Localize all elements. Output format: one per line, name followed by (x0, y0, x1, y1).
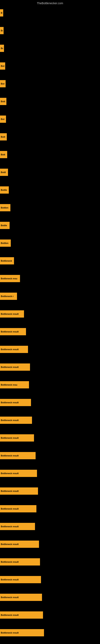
bar-row: Bottleneck result (0, 571, 100, 588)
bar-row: Bottleneck result (0, 500, 100, 518)
bar-row: Bottleneck result (0, 358, 100, 376)
bar-row: Bottlen (0, 234, 100, 252)
bar-item: Bottlen (0, 204, 10, 211)
bar-item: Bottleneck result (0, 612, 43, 619)
bar-row: Bottl (0, 164, 100, 181)
bar-row: Bottleneck result (0, 429, 100, 447)
bar-row: Bottleneck result (0, 624, 100, 642)
bar-row: Bottlen (0, 199, 100, 216)
bar-item: Bottleneck result (0, 346, 28, 353)
bar-item: Bottle (0, 186, 9, 194)
bar-label: Bottleneck result (1, 490, 19, 492)
bar-label: Bot (1, 118, 4, 120)
bar-item: Bottleneck result (0, 434, 34, 442)
bar-label: Bottleneck result (1, 578, 19, 581)
bar-item: Bot (0, 80, 6, 87)
bar-label: Bottleneck (1, 260, 12, 262)
bar-label: Bott (1, 153, 5, 156)
bar-item: Bottleneck result (0, 310, 24, 318)
bar-label: Bottleneck result (1, 366, 19, 368)
bar-item: Bottleneck result (0, 399, 31, 406)
bar-row: Bot (0, 75, 100, 92)
bar-item: Bottleneck result (0, 364, 30, 371)
bar-label: Bottleneck result (1, 330, 19, 333)
bar-row: Bottleneck result (0, 340, 100, 358)
bar-row: Bottleneck result (0, 411, 100, 429)
bar-row: Bottleneck resu (0, 270, 100, 288)
bar-item: Bottleneck result (0, 505, 36, 512)
bar-label: B (1, 12, 2, 14)
bar-label: Bottleneck result (1, 348, 19, 350)
bar-row: Bottleneck resu (0, 376, 100, 394)
bar-row: Bottleneck r (0, 288, 100, 305)
bar-label: Bottleneck r (1, 295, 14, 298)
bar-row: Bottleneck result (0, 305, 100, 323)
bar-label: Bottleneck result (1, 543, 19, 546)
bar-row: Bottleneck result (0, 323, 100, 340)
bar-label: Bottl (1, 171, 6, 174)
bar-label: Bottleneck result (1, 614, 19, 616)
bar-label: Bottleneck result (1, 313, 19, 315)
bars-container: BBoBoBottBotBottBotBottBottBottlBottleBo… (0, 4, 100, 642)
bar-row: Bottleneck result (0, 606, 100, 624)
bar-item: Bottleneck r (0, 292, 17, 300)
bar-row: B (0, 4, 100, 22)
bar-row: Bottleneck result (0, 482, 100, 500)
bar-label: Bottleneck resu (1, 384, 17, 386)
bar-label: Bottleneck result (1, 525, 19, 528)
bar-label: Bottlen (1, 242, 8, 244)
bar-item: Bottleneck resu (0, 275, 20, 282)
bar-row: Bo (0, 40, 100, 57)
bar-label: Bott (1, 100, 5, 103)
bar-row: Bottle (0, 181, 100, 199)
bar-item: Bottleneck result (0, 576, 41, 583)
bar-row: Bott (0, 146, 100, 164)
bar-label: Bott (1, 65, 4, 67)
bar-item: Bo (0, 27, 3, 34)
bar-row: Bottleneck (0, 252, 100, 270)
bar-row: Bottleneck result (0, 394, 100, 411)
bar-label: Bo (1, 30, 3, 32)
bar-item: Bott (0, 133, 7, 140)
bar-label: Bottleneck result (1, 472, 19, 474)
bar-item: Bottle (0, 222, 10, 229)
bar-label: Bottleneck result (1, 508, 19, 510)
bar-item: Bottleneck result (0, 470, 37, 477)
bar-item: Bottleneck result (0, 416, 32, 424)
bar-item: Bottleneck result (0, 328, 26, 335)
bar-item: Bot (0, 116, 6, 123)
bar-label: Bottlen (1, 206, 8, 209)
bar-item: Bottleneck resu (0, 381, 29, 388)
bar-row: Bot (0, 110, 100, 128)
bar-label: Bottle (1, 224, 7, 226)
bar-label: Bottleneck result (1, 596, 19, 598)
bar-label: Bottleneck result (1, 437, 19, 439)
bar-item: Bottleneck result (0, 488, 38, 495)
bar-label: Bott (1, 136, 5, 138)
bar-item: Bottl (0, 169, 8, 176)
bar-item: Bottleneck result (0, 629, 44, 636)
bar-item: Bott (0, 62, 5, 70)
bar-item: B (0, 9, 3, 16)
bar-row: Bottle (0, 216, 100, 234)
bar-label: Bottleneck result (1, 401, 19, 404)
bar-item: Bott (0, 98, 6, 105)
bar-row: Bottleneck result (0, 588, 100, 606)
bar-label: Bottleneck result (1, 632, 19, 634)
bar-item: Bott (0, 151, 7, 158)
bar-row: Bottleneck result (0, 464, 100, 482)
bar-row: Bottleneck result (0, 535, 100, 553)
bar-row: Bott (0, 57, 100, 75)
bar-item: Bottleneck result (0, 523, 35, 530)
bar-label: Bot (1, 82, 4, 85)
bar-item: Bottleneck result (0, 540, 39, 548)
bar-label: Bottleneck result (1, 561, 19, 563)
bar-label: Bo (1, 47, 3, 50)
bar-row: Bottleneck result (0, 518, 100, 535)
bar-item: Bottleneck result (0, 594, 42, 601)
bar-label: Bottle (1, 189, 7, 191)
bar-item: Bo (0, 45, 4, 52)
bar-label: Bottleneck result (1, 454, 19, 457)
bar-row: Bo (0, 22, 100, 40)
bar-row: Bott (0, 128, 100, 146)
